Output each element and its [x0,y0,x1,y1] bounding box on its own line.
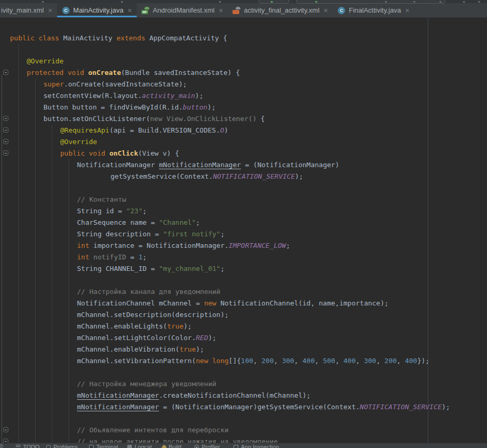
code-line[interactable]: mNotificationManager.createNotificationC… [0,390,487,401]
code-line[interactable]: public class MainActivity extends AppCom… [0,32,487,44]
java-class-icon: C [337,6,346,15]
close-icon[interactable]: × [128,7,132,14]
code-line[interactable]: int notifyID = 1; [0,252,487,263]
code-line[interactable]: mChannel.setDescription(description); [0,309,487,321]
toolbar-icon[interactable] [385,1,387,3]
toolwindow-label: TODO [23,444,40,448]
fold-icon[interactable] [3,70,8,75]
code-line[interactable]: // на новое активити после нажатия на ув… [0,436,487,443]
code-line[interactable]: Button button = findViewById(R.id.button… [0,102,487,113]
toolwindow-label: Profiler [202,444,220,448]
code-line[interactable] [0,275,487,286]
fold-icon[interactable] [3,127,8,133]
editor-tab-FinalActtivity.java[interactable]: CFinalActtivity.java× [333,3,414,17]
code-line[interactable]: button.setOnClickListener(new View.OnCli… [0,113,487,125]
fold-icon[interactable] [3,116,8,121]
fold-icon[interactable] [3,139,8,144]
toolwindow-button-app-inspection[interactable]: App Inspection [234,444,279,448]
close-icon[interactable]: × [405,7,409,14]
toolwindow-button-profiler[interactable]: Profiler [194,444,220,448]
fold-icon[interactable] [3,150,8,156]
code-text: // Настройка канала для уведомлений [77,286,220,298]
toolwindow-button-terminal[interactable]: Terminal [89,444,118,448]
toolwindow-label: App Inspection [241,444,279,448]
code-line[interactable]: NotificationManager mNotificationManager… [0,159,487,171]
toolbar-icon[interactable] [42,1,44,3]
code-text: mChannel.setVibrationPattern(new long[]{… [77,355,429,367]
ide-window: ivity_main.xml×CMainActivity.java×MFAndr… [0,0,487,448]
code-line[interactable]: setContentView(R.layout.activity_main); [0,90,487,102]
run-icon[interactable] [271,1,273,3]
code-line[interactable]: String id = "23"; [0,205,487,217]
editor-tab-activity_final_acttivity.xml[interactable]: activity_final_acttivity.xml× [228,3,333,17]
code-line[interactable]: @RequiresApi(api = Build.VERSION_CODES.O… [0,125,487,136]
fold-icon[interactable] [3,439,8,443]
toolwindow-button-build[interactable]: Build [162,444,181,448]
code-line[interactable] [0,182,487,194]
code-line[interactable]: String description = "first notify"; [0,228,487,240]
code-line[interactable]: mChannel.enableLights(true); [0,321,487,332]
toolbar-icon[interactable] [219,1,221,3]
todo-icon [16,445,20,448]
code-line[interactable]: protected void onCreate(Bundle savedInst… [0,67,487,79]
code-line[interactable]: String CHANNEL_ID = "my_channel_01"; [0,263,487,275]
toolwindow-label: Problems [53,444,78,448]
code-text: mChannel.enableLights(true); [77,321,192,332]
toolbar-icon[interactable] [121,1,123,3]
toolwindow-button-todo[interactable]: TODO [16,444,40,448]
toolwindow-label: Logcat [135,444,152,448]
code-line[interactable]: // Обьявление интентов для переброски [0,424,487,436]
code-line[interactable]: mChannel.setLightColor(Color.RED); [0,332,487,344]
code-text: // Константы [77,194,126,205]
device-selector-widget[interactable] [296,0,445,4]
code-line[interactable]: @Override [0,56,487,67]
editor-tab-ivity_main.xml[interactable]: ivity_main.xml× [0,3,57,17]
code-editor[interactable]: public class MainActivity extends AppCom… [0,18,487,443]
toolbar-icon[interactable] [439,1,441,3]
code-line[interactable]: getSystemService(Context.NOTIFICATION_SE… [0,171,487,182]
editor-tab-AndroidManifest.xml[interactable]: MFAndroidManifest.xml× [137,3,228,17]
logcat-icon [127,445,132,448]
run-config-widget[interactable] [259,0,289,4]
close-icon[interactable]: × [324,7,328,14]
fold-icon[interactable] [3,427,8,432]
code-line[interactable]: // Настройка менеджера уведомлений [0,378,487,390]
window-icon[interactable] [0,444,3,448]
code-text: int notifyID = 1; [77,252,147,263]
profiler-icon [194,445,199,448]
tab-label: activity_final_acttivity.xml [244,6,319,14]
code-line[interactable]: CharSequence name = "Channel"; [0,217,487,228]
code-line[interactable]: NotificationChannel mChannel = new Notif… [0,298,487,309]
toolbar-icon[interactable] [478,1,480,3]
code-line[interactable]: mChannel.setVibrationPattern(new long[]{… [0,355,487,367]
code-line[interactable] [0,44,487,56]
code-line[interactable]: int importance = NotificationManager.IMP… [0,240,487,252]
run-icon[interactable] [315,1,317,3]
code-area[interactable]: public class MainActivity extends AppCom… [0,21,487,443]
code-line[interactable]: // Константы [0,194,487,205]
code-text: mChannel.setDescription(description); [77,309,229,321]
code-text: NotificationManager mNotificationManager… [77,159,339,171]
toolbar-icon[interactable] [413,1,415,3]
code-line[interactable]: public void onClick(View v) { [0,148,487,159]
tab-label: MainActivity.java [73,6,124,14]
code-line[interactable]: mChannel.enableVibration(true); [0,344,487,355]
toolwindow-button-problems[interactable]: Problems [46,444,78,448]
code-text: Button button = findViewById(R.id.button… [43,102,216,113]
code-line[interactable]: @Override [0,136,487,148]
app-inspection-icon [234,445,238,448]
editor-tab-MainActivity.java[interactable]: CMainActivity.java× [57,3,137,17]
toolwindow-button-logcat[interactable]: Logcat [127,444,152,448]
manifest-file-icon: MF [141,6,150,15]
code-line[interactable]: super.onCreate(savedInstanceState); [0,79,487,90]
close-icon[interactable]: × [219,7,223,14]
code-line[interactable] [0,413,487,424]
code-text: button.setOnClickListener(new View.OnCli… [43,113,265,125]
code-line[interactable]: // Настройка канала для уведомлений [0,286,487,298]
code-text: getSystemService(Context.NOTIFICATION_SE… [110,171,303,182]
code-line[interactable] [0,21,487,32]
toolbar-icon[interactable] [463,1,465,3]
close-icon[interactable]: × [48,7,52,14]
code-line[interactable] [0,367,487,378]
code-line[interactable]: mNotificationManager = (NotificationMana… [0,401,487,413]
